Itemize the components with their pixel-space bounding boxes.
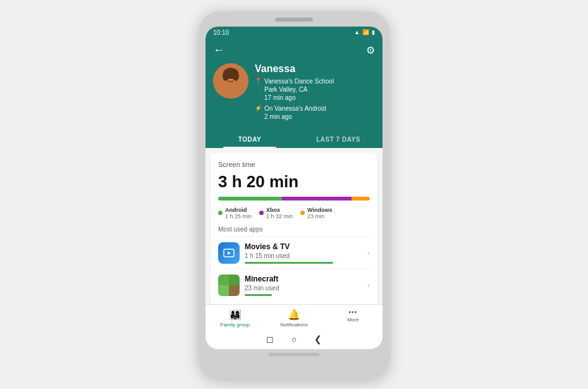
- avatar: [213, 63, 248, 99]
- svg-point-5: [233, 71, 239, 81]
- family-group-icon: 👨‍👩‍👧: [229, 309, 242, 321]
- phone-speaker: [275, 18, 313, 22]
- screen-time-value: 3 h 20 min: [218, 172, 370, 192]
- minecraft-chevron: ›: [367, 281, 370, 290]
- device-icon: ⚡: [255, 105, 262, 111]
- location-icon: 📍: [255, 78, 262, 84]
- phone-screen: 10:10 ▲ 📶 ▮ ← ⚙: [205, 27, 383, 349]
- svg-point-8: [233, 77, 235, 79]
- movies-tv-time: 1 h 15 min used: [245, 252, 362, 259]
- status-time: 10:10: [213, 29, 229, 36]
- status-icons: ▲ 📶 ▮: [354, 29, 375, 35]
- signal-icon: ▲: [354, 29, 360, 35]
- movies-chevron: ›: [367, 249, 370, 257]
- notifications-icon: 🔔: [288, 309, 300, 321]
- windows-label: Windows: [307, 207, 332, 213]
- tab-last7days[interactable]: LAST 7 DAYS: [294, 131, 383, 148]
- profile-info: Vanessa 📍 Vanessa's Dance School Park Va…: [255, 63, 375, 123]
- settings-icon[interactable]: ⚙: [366, 44, 375, 56]
- tab-today[interactable]: TODAY: [205, 131, 294, 148]
- notifications-label: Notifications: [280, 322, 308, 328]
- windows-dot: [300, 211, 305, 215]
- profile-header: ← ⚙: [205, 39, 383, 131]
- windows-bar: [352, 197, 370, 201]
- back-button[interactable]: ←: [213, 44, 224, 57]
- location-text: Vanessa's Dance School Park Valley, CA 1…: [264, 77, 334, 102]
- nav-family-group[interactable]: 👨‍👩‍👧 Family group: [205, 309, 264, 328]
- wifi-icon: 📶: [362, 29, 369, 35]
- header-nav: ← ⚙: [213, 44, 375, 57]
- tabs-bar: TODAY LAST 7 DAYS: [205, 131, 383, 148]
- android-label: Android: [225, 207, 252, 213]
- svg-point-7: [228, 77, 230, 79]
- windows-time: 23 min: [307, 213, 332, 219]
- movies-tv-icon: [218, 242, 240, 264]
- minecraft-icon: [218, 275, 240, 296]
- time-bar: [218, 197, 370, 201]
- xbox-time: 1 h 32 min: [266, 213, 293, 219]
- home-indicator: [269, 353, 319, 356]
- xbox-dot: [259, 211, 264, 215]
- screen-time-card: Screen time 3 h 20 min Android 1 h 25 mi…: [211, 153, 377, 304]
- android-dot: [218, 211, 223, 215]
- status-bar: 10:10 ▲ 📶 ▮: [205, 27, 383, 39]
- android-home-button[interactable]: ○: [291, 334, 297, 344]
- xbox-bar: [282, 197, 352, 201]
- minecraft-info: Minecraft 23 min used: [245, 275, 362, 296]
- android-time: 1 h 25 min: [225, 213, 252, 219]
- android-bar: [218, 197, 282, 201]
- legend-android: Android 1 h 25 min: [218, 207, 252, 219]
- movies-tv-name: Movies & TV: [245, 242, 362, 251]
- nav-notifications[interactable]: 🔔 Notifications: [264, 309, 323, 328]
- minecraft-bar: [245, 294, 272, 296]
- android-recents-button[interactable]: ◻: [266, 334, 274, 344]
- phone-device: 10:10 ▲ 📶 ▮ ← ⚙: [199, 11, 389, 378]
- main-content: Screen time 3 h 20 min Android 1 h 25 mi…: [205, 148, 383, 304]
- profile-section: Vanessa 📍 Vanessa's Dance School Park Va…: [213, 63, 375, 131]
- battery-icon: ▮: [372, 29, 375, 35]
- device-legend: Android 1 h 25 min Xbox 1 h 32 min: [218, 207, 370, 219]
- profile-name: Vanessa: [255, 63, 375, 75]
- minecraft-time: 23 min used: [245, 285, 362, 292]
- nav-more[interactable]: ••• More: [324, 309, 383, 328]
- minecraft-name: Minecraft: [245, 275, 362, 283]
- more-icon: •••: [349, 309, 358, 316]
- legend-windows: Windows 23 min: [300, 207, 332, 219]
- svg-point-4: [223, 71, 229, 81]
- more-label: More: [347, 317, 358, 323]
- bottom-nav: 👨‍👩‍👧 Family group 🔔 Notifications ••• M…: [205, 304, 383, 330]
- android-nav-bar: ◻ ○ ❮: [205, 330, 383, 349]
- xbox-label: Xbox: [266, 207, 293, 213]
- movies-tv-bar: [245, 262, 333, 264]
- legend-xbox: Xbox 1 h 32 min: [259, 207, 293, 219]
- app-item-movies[interactable]: Movies & TV 1 h 15 min used ›: [218, 237, 370, 269]
- movies-tv-info: Movies & TV 1 h 15 min used: [245, 242, 362, 264]
- most-used-title: Most used apps: [218, 226, 370, 233]
- android-back-button[interactable]: ❮: [314, 334, 322, 344]
- family-group-label: Family group: [221, 322, 250, 328]
- app-item-minecraft[interactable]: Minecraft 23 min used ›: [218, 269, 370, 301]
- screen-time-title: Screen time: [218, 161, 370, 168]
- device-detail: ⚡ On Vanessa's Android 2 min ago: [255, 104, 375, 121]
- device-text: On Vanessa's Android 2 min ago: [264, 104, 326, 121]
- location-detail: 📍 Vanessa's Dance School Park Valley, CA…: [255, 77, 375, 102]
